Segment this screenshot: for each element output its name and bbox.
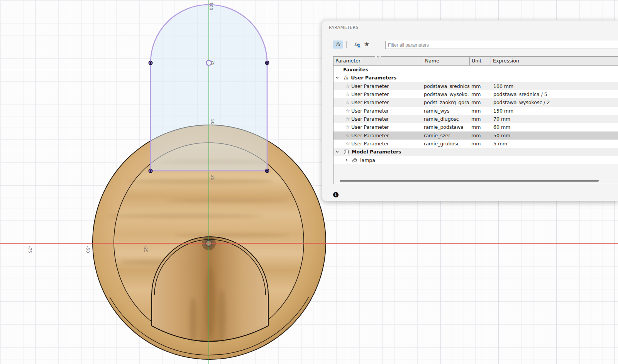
parameter-cell: ☆User Parameter xyxy=(334,140,423,148)
filter-parameters-input[interactable] xyxy=(385,41,618,49)
fx-icon: fx xyxy=(344,75,348,81)
tree-row-favorites[interactable]: Favorites xyxy=(334,66,618,74)
parameters-panel: PARAMETERS fx fx ★ Parameter Name Unit E… xyxy=(322,20,618,201)
parameter-cell: Favorites xyxy=(334,66,423,74)
chevron-down-icon[interactable] xyxy=(335,150,339,153)
panel-toolbar: fx fx ★ xyxy=(322,38,618,51)
cell-expression[interactable]: 5 mm xyxy=(491,141,618,147)
favorite-star-icon[interactable]: ☆ xyxy=(345,91,351,97)
user-parameter-add-button[interactable]: fx xyxy=(333,40,343,49)
column-header-expression[interactable]: Expression xyxy=(491,57,618,65)
axis-tick-label: -50 xyxy=(85,246,90,253)
origin-point[interactable] xyxy=(206,240,212,246)
tree-row-model-parameters[interactable]: Model Parameters xyxy=(334,148,618,156)
person-icon xyxy=(357,44,361,49)
user-parameter-filter-button[interactable]: fx xyxy=(352,40,361,49)
favorites-filter-button[interactable]: ★ xyxy=(362,40,371,49)
column-header-name[interactable]: Name xyxy=(423,57,469,65)
cell-name[interactable]: podstawa_srednica xyxy=(423,83,469,89)
fusion-sketch-view: { "panel": { "title": "PARAMETERS", "too… xyxy=(0,0,618,364)
favorite-star-icon[interactable]: ☆ xyxy=(345,124,351,130)
favorite-star-icon[interactable]: ☆ xyxy=(345,108,351,114)
parameters-table: Parameter Name Unit Expression Favorites… xyxy=(333,56,618,184)
favorite-star-icon[interactable]: ☆ xyxy=(345,141,351,147)
cell-unit[interactable]: mm xyxy=(469,124,491,130)
parameter-cell: lampa xyxy=(334,156,423,164)
toolbar-divider xyxy=(346,41,347,48)
parameter-cell: ☆User Parameter xyxy=(334,131,423,140)
axis-tick-label: 75 xyxy=(210,60,215,66)
favorite-star-icon[interactable]: ☆ xyxy=(345,116,351,122)
cell-name[interactable]: ramie_wys xyxy=(423,108,469,114)
cell-expression[interactable]: podstawa_wysokosc / 2 xyxy=(491,99,618,105)
parameter-cell: Model Parameters xyxy=(334,148,423,156)
component-icon xyxy=(352,157,358,163)
chevron-right-icon[interactable] xyxy=(345,158,348,162)
cell-expression[interactable]: 50 mm xyxy=(491,133,618,138)
axis-tick-label: 50 xyxy=(210,119,215,125)
parameter-row-ramie_dlugosc[interactable]: ☆User Parameterramie_dlugoscmm70 mm xyxy=(334,115,618,123)
table-header: Parameter Name Unit Expression xyxy=(334,57,618,66)
axis-tick-label: 100 xyxy=(208,2,213,10)
parameter-row-podstawa_wysoko[interactable]: ☆User Parameterpodstawa_wysoko...mmpodst… xyxy=(334,90,618,98)
parameter-cell: ☆User Parameter xyxy=(334,123,423,131)
parameter-cell: ☆User Parameter xyxy=(334,90,423,98)
parameter-cell: ☆User Parameter xyxy=(334,115,423,123)
parameter-row-ramie_grubosc[interactable]: ☆User Parameterramie_gruboscmm5 mm xyxy=(334,140,618,148)
cell-name[interactable]: podst_zaokrg_gora xyxy=(423,99,469,105)
parameter-row-ramie_wys[interactable]: ☆User Parameterramie_wysmm150 mm xyxy=(334,107,618,115)
cell-unit[interactable]: mm xyxy=(469,141,491,147)
cell-unit[interactable]: mm xyxy=(469,133,491,138)
parameter-cell: fxUser Parameters xyxy=(334,74,423,82)
parameter-row-podst_zaokrg_gora[interactable]: ☆User Parameterpodst_zaokrg_gorammpodsta… xyxy=(334,98,618,106)
axis-tick-label: 25 xyxy=(210,175,215,180)
parameter-row-ramie_szer[interactable]: ☆User Parameterramie_szermm50 mm xyxy=(334,131,618,140)
favorite-star-icon[interactable]: ☆ xyxy=(345,83,351,89)
axis-tick-label: -25 xyxy=(143,246,148,253)
cell-name[interactable]: ramie_dlugosc xyxy=(423,116,469,122)
favorite-star-icon[interactable]: ☆ xyxy=(345,99,351,105)
cell-expression[interactable]: 60 mm xyxy=(491,124,618,130)
table-body: FavoritesfxUser Parameters☆User Paramete… xyxy=(334,66,618,164)
cell-expression[interactable]: 100 mm xyxy=(491,83,618,89)
cell-expression[interactable]: 150 mm xyxy=(491,108,618,114)
tree-row-lampa[interactable]: lampa xyxy=(334,156,618,164)
tree-row-user-parameters[interactable]: fxUser Parameters xyxy=(334,74,618,82)
favorite-star-icon[interactable]: ☆ xyxy=(345,133,351,138)
parameter-row-podstawa_srednica[interactable]: ☆User Parameterpodstawa_srednicamm100 mm xyxy=(334,82,618,90)
parameter-cell: ☆User Parameter xyxy=(334,107,423,115)
model-parameters-icon xyxy=(344,149,349,155)
sort-indicator-icon xyxy=(375,55,381,58)
horizontal-scrollbar[interactable] xyxy=(340,180,599,182)
parameter-cell: ☆User Parameter xyxy=(334,98,423,106)
panel-title: PARAMETERS xyxy=(329,25,359,30)
axis-tick-label: -75 xyxy=(27,246,32,253)
cell-unit[interactable]: mm xyxy=(469,91,491,97)
column-header-unit[interactable]: Unit xyxy=(469,57,491,65)
cell-name[interactable]: ramie_szer xyxy=(423,133,469,138)
cell-name[interactable]: ramie_podstawa xyxy=(423,124,469,130)
cell-unit[interactable]: mm xyxy=(469,116,491,122)
cell-unit[interactable]: mm xyxy=(469,108,491,114)
info-icon[interactable]: i xyxy=(333,192,339,197)
cell-unit[interactable]: mm xyxy=(469,83,491,89)
chevron-down-icon[interactable] xyxy=(335,76,339,79)
parameter-cell: ☆User Parameter xyxy=(334,82,423,90)
parameter-row-ramie_podstawa[interactable]: ☆User Parameterramie_podstawamm60 mm xyxy=(334,123,618,131)
cell-unit[interactable]: mm xyxy=(469,99,491,105)
cell-expression[interactable]: 70 mm xyxy=(491,116,618,122)
cell-name[interactable]: podstawa_wysoko... xyxy=(423,91,469,97)
cell-expression[interactable]: podstawa_srednica / 5 xyxy=(491,91,618,97)
cell-name[interactable]: ramie_grubosc xyxy=(423,141,469,147)
